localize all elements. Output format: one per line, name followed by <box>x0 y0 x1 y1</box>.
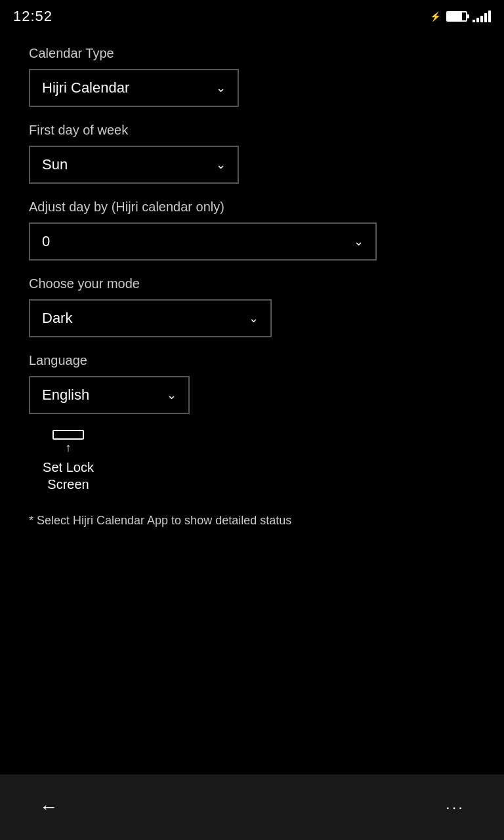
lock-screen-label: Set Lock Screen <box>29 459 108 493</box>
more-options-button[interactable]: ··· <box>446 798 465 816</box>
arrow-up-icon: ↑ <box>66 441 72 455</box>
adjust-day-dropdown[interactable]: 0 ⌄ <box>29 222 377 261</box>
chevron-down-icon-5: ⌄ <box>167 388 177 402</box>
status-icons: ⚡ <box>430 10 491 22</box>
signal-bar-5 <box>488 10 491 22</box>
calendar-type-value: Hijri Calendar <box>42 79 129 96</box>
lock-screen-icon: ↑ <box>52 430 85 455</box>
chevron-down-icon-3: ⌄ <box>354 234 364 249</box>
note-text: * Select Hijri Calendar App to show deta… <box>29 513 475 529</box>
signal-bar-3 <box>480 16 483 22</box>
nav-bar: ← ··· <box>0 774 504 840</box>
calendar-type-label: Calendar Type <box>29 46 475 61</box>
choose-mode-dropdown[interactable]: Dark ⌄ <box>29 299 272 337</box>
chevron-down-icon-4: ⌄ <box>249 311 259 326</box>
calendar-type-dropdown[interactable]: Hijri Calendar ⌄ <box>29 69 239 107</box>
settings-content: Calendar Type Hijri Calendar ⌄ First day… <box>0 33 504 774</box>
charging-icon: ⚡ <box>430 11 441 22</box>
first-day-value: Sun <box>42 156 68 173</box>
signal-icon <box>472 10 491 22</box>
first-day-dropdown[interactable]: Sun ⌄ <box>29 146 239 184</box>
signal-bar-4 <box>484 13 487 22</box>
battery-icon <box>446 11 467 22</box>
status-bar: 12:52 ⚡ <box>0 0 504 33</box>
adjust-day-label: Adjust day by (Hijri calendar only) <box>29 200 475 215</box>
back-button[interactable]: ← <box>39 797 58 818</box>
chevron-down-icon: ⌄ <box>216 81 226 95</box>
language-dropdown[interactable]: English ⌄ <box>29 376 190 414</box>
signal-bar-1 <box>472 20 475 22</box>
set-lock-screen-button[interactable]: ↑ Set Lock Screen <box>29 430 108 493</box>
chevron-down-icon-2: ⌄ <box>216 158 226 172</box>
choose-mode-label: Choose your mode <box>29 276 475 291</box>
first-day-label: First day of week <box>29 123 475 138</box>
choose-mode-value: Dark <box>42 310 72 327</box>
monitor-icon <box>52 430 84 440</box>
language-value: English <box>42 387 89 404</box>
battery-fill <box>448 12 462 20</box>
status-time: 12:52 <box>13 8 52 25</box>
signal-bar-2 <box>476 18 479 22</box>
language-label: Language <box>29 353 475 368</box>
adjust-day-value: 0 <box>42 233 50 250</box>
